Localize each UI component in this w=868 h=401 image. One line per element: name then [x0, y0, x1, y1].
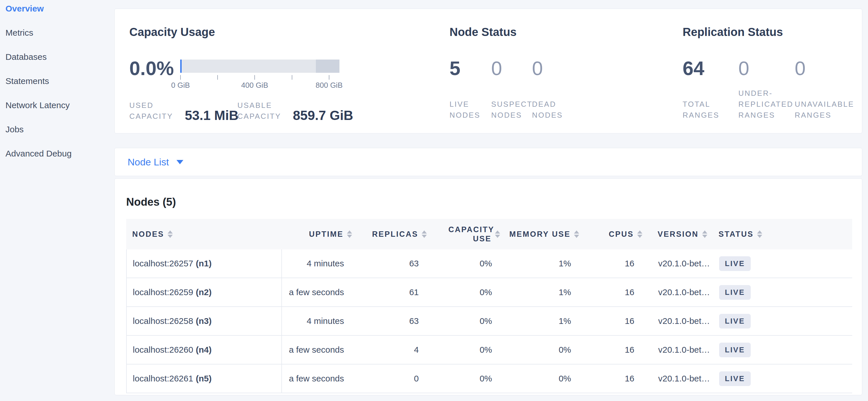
- used-capacity-value: 53.1 MiB: [185, 109, 239, 122]
- cell-uptime: a few seconds: [282, 365, 354, 393]
- sidebar-item-network-latency[interactable]: Network Latency: [5, 101, 109, 110]
- column-header-uptime[interactable]: UPTIME: [281, 219, 354, 250]
- node-list-dropdown-label[interactable]: Node List: [128, 156, 169, 168]
- sort-icon: [422, 230, 427, 238]
- status-badge: LIVE: [719, 256, 751, 271]
- cell-capacity-use: 0%: [429, 278, 502, 306]
- capacity-bar-chart: 0 GiB 400 GiB 800 GiB: [180, 60, 339, 97]
- sidebar-item-databases[interactable]: Databases: [5, 52, 109, 62]
- column-header-memory-use[interactable]: MEMORY USE: [502, 219, 581, 250]
- axis-tick: [329, 75, 330, 80]
- column-header-label: REPLICAS: [372, 230, 418, 239]
- node-address-link[interactable]: localhost:26261: [133, 374, 193, 383]
- axis-tick: [292, 75, 292, 80]
- status-badge: LIVE: [719, 371, 751, 386]
- cell-node: localhost:26261 (n5): [127, 365, 282, 393]
- dead-nodes-label: DEAD NODES: [532, 99, 571, 120]
- status-badge: LIVE: [719, 343, 751, 357]
- cell-cpus: 16: [582, 307, 645, 335]
- status-badge: LIVE: [719, 314, 751, 328]
- node-address-link[interactable]: localhost:26260: [133, 345, 193, 355]
- status-badge: LIVE: [719, 285, 751, 300]
- axis-label-800gib: 800 GiB: [316, 81, 343, 90]
- node-status-section: Node Status 5 LIVE NODES 0 SUSPECT NODES…: [450, 9, 668, 133]
- column-header-label: CPUS: [609, 230, 634, 239]
- sort-icon: [347, 230, 352, 238]
- cell-status: LIVE: [712, 307, 852, 335]
- total-ranges-stat: 64 TOTAL RANGES: [683, 9, 728, 133]
- sidebar-item-advanced-debug[interactable]: Advanced Debug: [5, 149, 109, 158]
- live-nodes-stat: 5 LIVE NODES: [450, 9, 488, 133]
- unavailable-ranges-value: 0: [795, 58, 806, 79]
- axis-label-0gib: 0 GiB: [171, 81, 190, 90]
- column-header-cpus[interactable]: CPUS: [581, 219, 644, 250]
- node-id: (n4): [196, 345, 212, 355]
- node-address-link[interactable]: localhost:26258: [133, 316, 193, 326]
- cell-memory-use: 1%: [502, 250, 582, 278]
- node-address-link[interactable]: localhost:26257: [133, 259, 193, 268]
- suspect-nodes-stat: 0 SUSPECT NODES: [491, 9, 534, 133]
- column-header-label: CAPACITY USE: [448, 225, 492, 244]
- column-header-label: MEMORY USE: [509, 230, 570, 239]
- cell-status: LIVE: [712, 250, 852, 278]
- column-header-version[interactable]: VERSION: [644, 219, 712, 250]
- cell-capacity-use: 0%: [429, 307, 502, 335]
- cell-memory-use: 1%: [502, 278, 582, 306]
- sort-icon: [495, 230, 500, 238]
- node-id: (n2): [196, 287, 212, 297]
- cell-version: v20.1.0-bet…: [645, 365, 712, 393]
- live-nodes-value: 5: [450, 58, 460, 79]
- cell-cpus: 16: [582, 278, 645, 306]
- nodes-table-heading: Nodes (5): [126, 196, 176, 208]
- column-header-nodes[interactable]: NODES: [126, 219, 281, 250]
- sidebar-item-jobs[interactable]: Jobs: [5, 125, 109, 134]
- cell-uptime: a few seconds: [282, 278, 354, 306]
- node-id: (n1): [196, 259, 212, 268]
- suspect-nodes-value: 0: [491, 58, 502, 79]
- sort-icon: [637, 230, 642, 238]
- dead-nodes-value: 0: [532, 58, 543, 79]
- table-row: localhost:26260 (n4) a few seconds 4 0% …: [127, 336, 852, 365]
- cell-cpus: 16: [582, 250, 645, 278]
- cell-memory-use: 1%: [502, 307, 582, 335]
- cell-node: localhost:26258 (n3): [127, 307, 282, 335]
- sidebar-item-metrics[interactable]: Metrics: [5, 28, 109, 37]
- cluster-summary-card: Capacity Usage 0.0% 0 GiB 400 GiB 800 Gi…: [114, 9, 862, 134]
- cell-uptime: 4 minutes: [282, 307, 354, 335]
- used-capacity-stat: USED CAPACITY 53.1 MiB: [129, 100, 239, 122]
- chevron-down-icon: [177, 160, 183, 164]
- capacity-used-percent: 0.0%: [129, 58, 174, 79]
- capacity-usage-title: Capacity Usage: [129, 26, 215, 38]
- cell-uptime: a few seconds: [282, 336, 354, 364]
- dead-nodes-stat: 0 DEAD NODES: [532, 9, 572, 133]
- cell-node: localhost:26260 (n4): [127, 336, 282, 364]
- cell-status: LIVE: [712, 336, 852, 364]
- cell-capacity-use: 0%: [429, 336, 502, 364]
- column-header-replicas[interactable]: REPLICAS: [354, 219, 429, 250]
- replication-status-section: Replication Status 64 TOTAL RANGES 0 UND…: [683, 9, 867, 133]
- cell-replicas: 4: [354, 336, 429, 364]
- total-ranges-value: 64: [683, 58, 705, 79]
- usable-capacity-stat: USABLE CAPACITY 859.7 GiB: [238, 100, 353, 122]
- column-header-status[interactable]: STATUS: [712, 219, 852, 250]
- node-list-dropdown[interactable]: Node List: [114, 148, 862, 176]
- column-header-label: UPTIME: [309, 230, 343, 239]
- nodes-table-header-row: NODES UPTIME REPLICAS CAPACITY USE MEMOR…: [126, 219, 852, 250]
- sidebar-item-statements[interactable]: Statements: [5, 77, 109, 86]
- cell-capacity-use: 0%: [429, 365, 502, 393]
- cell-uptime: 4 minutes: [282, 250, 354, 278]
- node-address-link[interactable]: localhost:26259: [133, 287, 193, 297]
- column-header-label: STATUS: [718, 230, 754, 239]
- used-capacity-label: USED CAPACITY: [129, 100, 180, 122]
- cell-replicas: 61: [354, 278, 429, 306]
- cell-replicas: 63: [354, 250, 429, 278]
- cell-version: v20.1.0-bet…: [645, 336, 712, 364]
- suspect-nodes-label: SUSPECT NODES: [491, 99, 534, 120]
- cell-version: v20.1.0-bet…: [645, 307, 712, 335]
- table-row: localhost:26258 (n3) 4 minutes 63 0% 1% …: [127, 307, 852, 336]
- sidebar-item-overview[interactable]: Overview: [5, 4, 109, 13]
- node-id: (n3): [196, 316, 212, 326]
- column-header-capacity-use[interactable]: CAPACITY USE: [429, 219, 502, 250]
- under-replicated-ranges-label: UNDER-REPLICATED RANGES: [738, 88, 799, 120]
- sort-icon: [702, 230, 707, 238]
